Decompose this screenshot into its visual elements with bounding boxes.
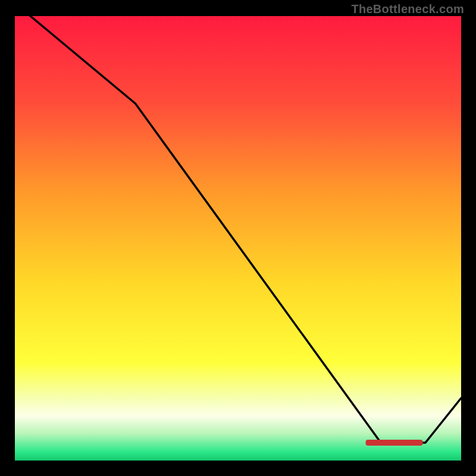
plot-background — [15, 14, 461, 461]
min-marker — [366, 440, 423, 446]
frame-left — [0, 0, 15, 476]
frame-right — [461, 0, 476, 476]
chart-container: TheBottleneck.com — [0, 0, 476, 476]
frame-bottom — [0, 461, 476, 476]
watermark-text: TheBottleneck.com — [351, 2, 464, 16]
chart-svg — [0, 0, 476, 476]
